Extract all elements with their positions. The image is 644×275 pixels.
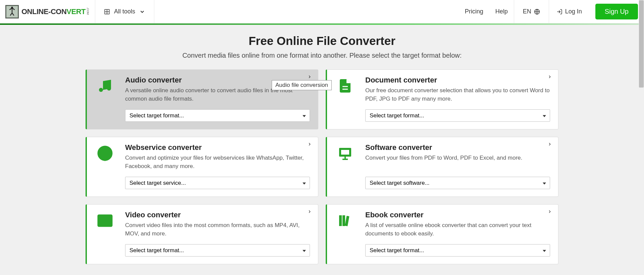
all-tools-menu[interactable]: All tools	[95, 0, 154, 23]
video-format-select[interactable]: Select target format...	[125, 244, 310, 257]
signup-button[interactable]: Sign Up	[595, 4, 638, 19]
login-label: Log In	[565, 8, 582, 15]
all-tools-label: All tools	[114, 8, 135, 15]
card-software-converter[interactable]: Software converter Convert your files fr…	[326, 137, 558, 197]
login-icon	[556, 9, 562, 15]
chevron-right-icon	[307, 142, 312, 148]
scrollbar-thumb[interactable]	[639, 0, 644, 88]
chevron-down-icon	[139, 9, 145, 15]
card-webservice-converter[interactable]: Webservice converter Convert and optimiz…	[86, 137, 318, 197]
logo[interactable]: ONLINE-CONVERT.COM	[0, 0, 95, 23]
login-link[interactable]: Log In	[549, 8, 589, 15]
document-format-select[interactable]: Select target format...	[365, 109, 550, 122]
svg-rect-26	[339, 215, 342, 226]
language-selector[interactable]: EN	[514, 0, 549, 23]
scrollbar[interactable]	[639, 0, 644, 275]
card-video-converter[interactable]: Video converter Convert video files into…	[86, 204, 318, 264]
tooltip: Audio file conversion	[272, 80, 332, 90]
chevron-right-icon	[547, 74, 552, 80]
card-audio-converter[interactable]: Audio converter A versatile online audio…	[86, 69, 318, 129]
ebook-format-select[interactable]: Select target format...	[365, 244, 550, 257]
webservice-select[interactable]: Select target service...	[125, 177, 310, 189]
top-navigation: ONLINE-CONVERT.COM All tools Pricing Hel…	[0, 0, 644, 23]
monitor-icon	[335, 143, 355, 189]
card-description: A list of versatile online ebook convert…	[365, 221, 550, 238]
language-label: EN	[523, 8, 531, 15]
card-title: Document converter	[365, 76, 550, 85]
music-note-icon	[95, 76, 115, 122]
globe-icon	[95, 143, 115, 189]
globe-icon	[534, 9, 540, 15]
chevron-right-icon	[307, 209, 312, 215]
card-description: Convert video files into the most common…	[125, 221, 310, 238]
grid-icon	[104, 9, 110, 15]
card-document-converter[interactable]: Document converter Our free document con…	[326, 69, 558, 129]
pricing-link[interactable]: Pricing	[459, 8, 489, 15]
software-select[interactable]: Select target software...	[365, 177, 550, 189]
card-title: Webservice converter	[125, 143, 310, 152]
card-description: Convert your files from PDF to Word, PDF…	[365, 154, 550, 171]
page-subtitle: Convert media files online from one form…	[86, 52, 558, 59]
books-icon	[335, 211, 355, 257]
chevron-right-icon	[547, 209, 552, 215]
svg-point-9	[107, 87, 111, 91]
card-ebook-converter[interactable]: Ebook converter A list of versatile onli…	[326, 204, 558, 264]
card-description: Our free document converter selection th…	[365, 87, 550, 103]
converter-grid: Audio converter A versatile online audio…	[86, 69, 558, 264]
card-title: Video converter	[125, 211, 310, 219]
chevron-right-icon	[307, 74, 312, 80]
logo-text: ONLINE-CONVERT.COM	[21, 7, 90, 16]
card-title: Ebook converter	[365, 211, 550, 219]
svg-rect-15	[341, 150, 349, 155]
card-title: Software converter	[365, 143, 550, 152]
svg-rect-28	[345, 216, 349, 226]
svg-point-1	[11, 6, 13, 8]
svg-point-8	[99, 88, 103, 92]
card-description: Convert and optimize your files for webs…	[125, 154, 310, 171]
chevron-right-icon	[547, 142, 552, 148]
logo-icon	[5, 5, 19, 18]
svg-rect-27	[342, 215, 345, 226]
main-content: Free Online File Converter Convert media…	[86, 25, 558, 275]
help-link[interactable]: Help	[489, 8, 514, 15]
document-icon	[335, 76, 355, 122]
audio-format-select[interactable]: Select target format...	[125, 109, 310, 122]
film-icon	[95, 211, 115, 257]
page-title: Free Online File Converter	[86, 34, 558, 48]
